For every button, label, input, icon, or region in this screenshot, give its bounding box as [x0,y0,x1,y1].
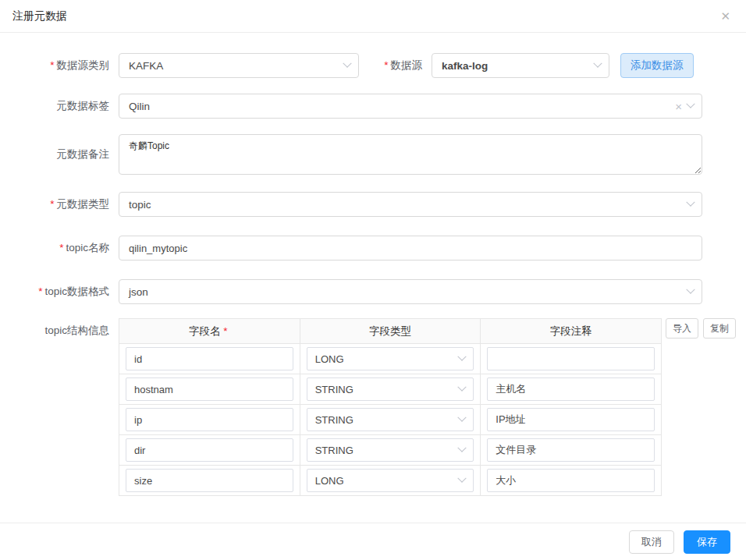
header-field-comment: 字段注释 [481,319,662,344]
field-name-input[interactable] [126,469,293,492]
table-row: STRING [119,374,662,405]
field-type-select[interactable]: STRING [307,438,474,462]
required-marker: * [50,198,54,210]
label-topic-struct: topic结构信息 [0,318,119,343]
close-icon[interactable]: ✕ [720,10,730,22]
topic-struct-table: 字段名 * 字段类型 字段注释 LONG [119,318,662,496]
source-category-select[interactable]: KAFKA [119,53,359,78]
table-row: STRING [119,405,662,435]
required-marker: * [384,59,388,71]
copy-button[interactable]: 复制 [703,318,736,338]
field-name-input[interactable] [126,377,293,401]
chevron-down-icon [686,198,694,207]
label-meta-tag: 元数据标签 [0,94,119,119]
dialog-footer: 取消 保存 [0,523,746,560]
chevron-down-icon [458,444,467,452]
dialog-header: 注册元数据 ✕ [0,0,746,33]
row-source: *数据源类别 KAFKA *数据源 kafka-log 添加数据源 [0,53,746,78]
meta-remark-textarea[interactable]: 奇麟Topic [119,134,702,175]
row-topic-struct: topic结构信息 字段名 * 字段类型 字段注释 [0,318,746,496]
field-type-select[interactable]: STRING [307,377,474,401]
row-meta-type: *元数据类型 topic [0,192,746,217]
field-type-select[interactable]: LONG [307,469,474,492]
field-name-input[interactable] [126,438,293,462]
chevron-down-icon [686,100,694,108]
chevron-down-icon [458,413,467,422]
field-type-select[interactable]: STRING [307,408,474,431]
chevron-down-icon [686,285,694,294]
required-marker: * [50,59,54,71]
chevron-down-icon [343,59,351,68]
source-select[interactable]: kafka-log [432,53,609,78]
required-marker: * [223,325,227,337]
required-marker: * [38,285,42,297]
cancel-button[interactable]: 取消 [629,530,674,554]
add-source-button[interactable]: 添加数据源 [620,53,694,78]
meta-type-select[interactable]: topic [119,192,702,217]
table-header-row: 字段名 * 字段类型 字段注释 [119,319,662,344]
row-meta-tag: 元数据标签 Qilin × [0,94,746,119]
topic-format-select[interactable]: json [119,279,702,304]
table-row: STRING [119,435,662,466]
field-comment-input[interactable] [487,469,655,492]
field-comment-input[interactable] [487,347,655,370]
chevron-down-icon [458,353,467,361]
label-meta-remark: 元数据备注 [0,142,119,167]
import-button[interactable]: 导入 [666,318,698,338]
save-button[interactable]: 保存 [684,530,730,554]
table-row: LONG [119,466,662,496]
dialog-body: *数据源类别 KAFKA *数据源 kafka-log 添加数据源 元数据标签 … [0,33,746,523]
field-comment-input[interactable] [487,408,655,431]
chevron-down-icon [593,59,602,68]
header-field-type: 字段类型 [300,319,481,344]
register-metadata-dialog: 注册元数据 ✕ *数据源类别 KAFKA *数据源 kafka-log 添加数据… [0,0,746,560]
field-comment-input[interactable] [487,438,655,462]
chevron-down-icon [458,474,467,483]
chevron-down-icon [458,383,467,392]
row-topic-name: *topic名称 [0,236,746,261]
required-marker: * [59,242,63,253]
label-source: *数据源 [359,53,432,78]
field-type-select[interactable]: LONG [307,347,474,370]
field-comment-input[interactable] [487,377,655,401]
clear-icon[interactable]: × [675,101,682,112]
meta-tag-select[interactable]: Qilin × [119,94,702,119]
row-meta-remark: 元数据备注 奇麟Topic [0,134,746,175]
dialog-title: 注册元数据 [12,9,67,23]
label-meta-type: *元数据类型 [0,192,119,217]
header-field-name: 字段名 * [119,319,300,344]
label-topic-name: *topic名称 [0,236,119,261]
label-source-category: *数据源类别 [0,53,119,78]
field-name-input[interactable] [126,408,293,431]
label-topic-format: *topic数据格式 [0,279,119,304]
field-name-input[interactable] [126,347,293,370]
table-row: LONG [119,344,662,374]
row-topic-format: *topic数据格式 json [0,279,746,304]
topic-name-input[interactable] [119,236,702,261]
